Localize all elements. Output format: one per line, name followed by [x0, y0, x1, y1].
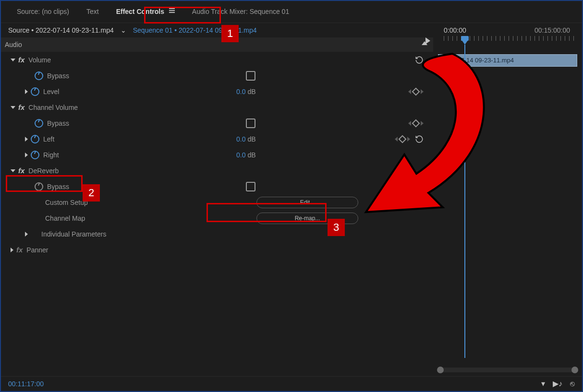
annotation-number-2: 2	[83, 184, 100, 202]
effect-panner[interactable]: Panner	[26, 246, 48, 254]
timecode-end: 00:15:00:00	[534, 26, 570, 34]
fx-toggle-icon[interactable]: fx	[18, 103, 24, 111]
param-left[interactable]: Left	[43, 135, 54, 143]
param-bypass[interactable]: Bypass	[47, 119, 69, 127]
bullet: •	[174, 23, 177, 37]
unit-label: dB	[247, 88, 255, 95]
param-bypass[interactable]: Bypass	[47, 72, 69, 80]
stopwatch-icon[interactable]	[31, 87, 39, 96]
effect-volume[interactable]: Volume	[28, 56, 51, 64]
filter-icon[interactable]: ▾	[541, 380, 545, 388]
fx-toggle-icon[interactable]: fx	[16, 246, 23, 254]
chevron-right-icon[interactable]	[11, 248, 13, 252]
chevron-right-icon[interactable]	[25, 89, 28, 94]
left-value[interactable]: 0.0	[236, 135, 245, 143]
annotation-number-1: 1	[221, 25, 239, 42]
chevron-down-icon[interactable]	[11, 169, 15, 172]
tab-effect-controls[interactable]: Effect Controls	[108, 1, 183, 23]
scroll-thumb-right[interactable]	[571, 367, 578, 373]
export-icon[interactable]: ⎋	[570, 380, 575, 388]
scroll-thumb-left[interactable]	[437, 367, 444, 373]
param-individual-parameters[interactable]: Individual Parameters	[41, 230, 106, 238]
play-audio-icon[interactable]: ▶♪	[553, 380, 562, 388]
stopwatch-icon[interactable]	[35, 71, 43, 80]
chevron-down-icon[interactable]	[11, 59, 15, 61]
panel-menu-icon[interactable]	[169, 7, 175, 14]
tab-audio-mixer[interactable]: Audio Track Mixer: Sequence 01	[183, 1, 298, 23]
timecode-start: 0:00:00	[444, 26, 466, 34]
unit-label: dB	[247, 135, 255, 143]
current-timecode[interactable]: 00:11:17:00	[8, 377, 44, 391]
fx-toggle-icon[interactable]: fx	[18, 56, 24, 64]
stopwatch-icon[interactable]	[31, 151, 39, 159]
chevron-down-icon[interactable]	[11, 106, 15, 109]
level-value[interactable]: 0.0	[236, 88, 245, 95]
tab-source[interactable]: Source: (no clips)	[8, 1, 78, 23]
param-right[interactable]: Right	[43, 151, 59, 159]
chevron-down-icon[interactable]: ⌄	[121, 23, 126, 37]
source-clip-name: 2022-07-14 09-23-11.mp4	[36, 23, 114, 37]
sequence-name[interactable]: Sequence 01	[133, 23, 173, 37]
fx-toggle-icon[interactable]: fx	[18, 166, 24, 175]
annotation-number-3: 3	[328, 219, 345, 236]
chevron-right-icon[interactable]	[25, 137, 28, 142]
bottom-bar: 00:11:17:00 ▾ ▶♪ ⎋	[1, 376, 582, 391]
param-channel-map[interactable]: Channel Map	[45, 214, 85, 222]
audio-header-label: Audio	[5, 41, 22, 48]
bypass-checkbox[interactable]	[246, 119, 255, 128]
param-level[interactable]: Level	[43, 88, 59, 95]
effect-channel-volume[interactable]: Channel Volume	[28, 104, 78, 111]
bypass-checkbox[interactable]	[246, 71, 255, 81]
param-custom-setup[interactable]: Custom Setup	[45, 199, 88, 206]
play-icon[interactable]	[425, 37, 430, 44]
right-value[interactable]: 0.0	[236, 151, 245, 159]
tab-label: Effect Controls	[116, 8, 164, 15]
stopwatch-icon[interactable]	[35, 182, 43, 191]
chevron-right-icon[interactable]	[25, 232, 28, 237]
stopwatch-icon[interactable]	[31, 135, 39, 143]
annotation-arrow-icon	[332, 44, 496, 226]
timeline-scrollbar[interactable]	[438, 368, 577, 372]
bypass-checkbox[interactable]	[246, 182, 255, 191]
bullet: •	[31, 23, 34, 37]
panel-tab-bar: Source: (no clips) Text Effect Controls …	[1, 1, 582, 23]
tab-text[interactable]: Text	[78, 1, 108, 23]
stopwatch-icon[interactable]	[35, 119, 43, 128]
effect-dereverb[interactable]: DeReverb	[28, 167, 59, 175]
chevron-right-icon[interactable]	[25, 153, 28, 157]
timecode-ruler[interactable]: 0:00:00 00:15:00:00	[433, 25, 582, 37]
sequence-clip-name[interactable]: 2022-07-14 09-23-11.mp4	[179, 23, 257, 37]
param-bypass[interactable]: Bypass	[47, 183, 69, 190]
unit-label: dB	[247, 151, 255, 159]
source-prefix: Source	[8, 23, 29, 37]
